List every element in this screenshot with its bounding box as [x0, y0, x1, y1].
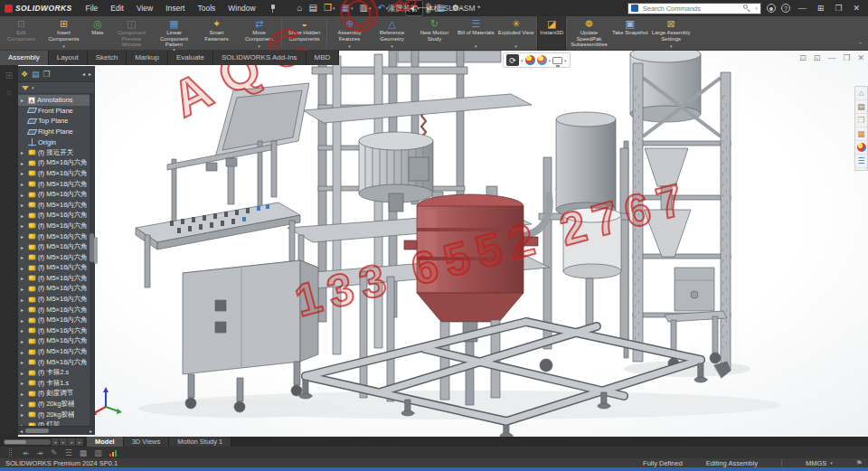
tree-item[interactable]: ▸(f) 刻度调节	[18, 389, 94, 400]
ribbon-edit-component-button[interactable]: ⊡Edit Component	[0, 16, 42, 50]
print-icon[interactable]: ▥▾	[357, 1, 374, 15]
tree-item[interactable]: ▸(f) M5×16内六角	[18, 252, 94, 263]
search-caret-icon[interactable]: ▾	[755, 5, 758, 11]
ribbon-collapse-icon[interactable]: ˆ	[853, 40, 868, 50]
doc-tab-model[interactable]: Model	[87, 437, 124, 447]
maximize-button[interactable]: ⊞	[815, 4, 827, 13]
expand-arrow-icon[interactable]: ▸	[21, 327, 26, 334]
tree-item[interactable]: Front Plane	[18, 106, 94, 117]
tree-item[interactable]: ▸(f) 灯架	[18, 419, 94, 426]
scroll-right-icon[interactable]: ▸	[90, 428, 92, 434]
search-icon[interactable]	[743, 5, 751, 13]
tab-scroll-first-icon[interactable]: ◂	[68, 438, 75, 446]
configuration-manager-icon[interactable]: ❐	[43, 70, 51, 79]
motion-list-icon[interactable]: ☰	[65, 448, 72, 457]
restore-button[interactable]: ❐	[832, 4, 844, 13]
tree-item[interactable]: ▸(f) M5×16内六角	[18, 336, 94, 347]
expand-arrow-icon[interactable]: ▸	[21, 286, 26, 292]
motion-table-icon[interactable]: ▥	[94, 448, 102, 457]
expand-arrow-icon[interactable]: ▸	[21, 359, 26, 365]
tree-item[interactable]: ▸(f) M5×16内六角	[18, 305, 94, 316]
motion-edit-icon[interactable]: ✎	[51, 448, 58, 457]
motion-chart-icon[interactable]	[109, 449, 117, 457]
expand-arrow-icon[interactable]: ▸	[21, 181, 26, 187]
ribbon-large-assembly-button[interactable]: ⊠Large Assembly Settings▾	[650, 16, 693, 50]
appearances-scenes-icon[interactable]	[855, 141, 867, 155]
file-explorer-icon[interactable]: ❐	[855, 114, 867, 127]
menu-file[interactable]: File	[80, 4, 105, 13]
scene-caret-icon[interactable]: ▾	[549, 58, 552, 63]
expand-arrow-icon[interactable]: ▸	[21, 149, 26, 155]
tree-item[interactable]: ▸(f) 20kg胶桶	[18, 399, 94, 410]
scroll-thumb[interactable]	[25, 429, 49, 433]
tab-scroll-last-icon[interactable]: ▸	[76, 438, 83, 446]
tree-item[interactable]: ▸(f) M5×16内六角	[18, 158, 94, 169]
expand-arrow-icon[interactable]: ▸	[21, 401, 26, 408]
ribbon-instant3d-button[interactable]: ◪Instant3D	[538, 16, 565, 50]
expand-arrow-icon[interactable]: ▸	[21, 222, 26, 229]
machine-assembly-3d[interactable]	[0, 51, 868, 437]
tree-item[interactable]: ▸(f) 卡箍2.s	[18, 367, 94, 378]
undo-icon[interactable]: ↶▾	[374, 1, 391, 15]
pin-menubar-icon[interactable]	[268, 4, 277, 13]
scroll-left-icon[interactable]: ◂	[20, 428, 23, 434]
open-icon[interactable]: ❐▾	[321, 1, 337, 15]
tree-item[interactable]: ▸(f) 20kg胶桶	[18, 410, 94, 420]
tab-solidworks-add-ins[interactable]: SOLIDWORKS Add-Ins	[213, 51, 307, 65]
doc-tab-motion-study-1[interactable]: Motion Study 1	[169, 437, 231, 447]
ribbon-insert-components-button[interactable]: ⊞Insert Components▾	[42, 16, 85, 50]
tree-item[interactable]: ▸(f) M5×16内六角	[18, 231, 94, 242]
tree-item[interactable]: ▸(f) M5×16内六角	[18, 263, 94, 274]
tree-item[interactable]: ▸(f) M5×16内六角	[18, 357, 94, 368]
ribbon-component-preview-button[interactable]: ◫Component Preview Window	[110, 16, 153, 50]
tab-mbd[interactable]: MBD	[307, 51, 340, 65]
expand-arrow-icon[interactable]: ▸	[21, 212, 26, 219]
menu-edit[interactable]: Edit	[104, 4, 130, 13]
status-tag-icon[interactable]: ⚑	[856, 459, 863, 467]
tree-item[interactable]: ▸(f) M5×16内六角	[18, 284, 94, 295]
tree-item[interactable]: ▸(f) M5×16内六角	[18, 241, 94, 252]
tab-scroll-right-icon[interactable]: ▸	[60, 438, 67, 446]
tree-item[interactable]: ▸(f) M5×16内六角	[18, 221, 94, 231]
tab-markup[interactable]: Markup	[127, 51, 168, 65]
ribbon-move-component-button[interactable]: ⇄Move Component▾	[238, 16, 280, 50]
view-palette-icon[interactable]: ▦	[855, 127, 867, 141]
resources-icon[interactable]: ⌂	[855, 87, 867, 100]
menu-insert[interactable]: Insert	[159, 4, 191, 13]
expand-arrow-icon[interactable]: ▸	[21, 275, 26, 281]
expand-arrow-icon[interactable]: ▸	[21, 160, 26, 166]
restore-doc-icon[interactable]: ❐	[843, 53, 850, 62]
redo-icon[interactable]: ↷	[392, 1, 404, 15]
tree-horizontal-scrollbar[interactable]: ◂ ▸	[18, 426, 94, 435]
tree-item[interactable]: ▸(f) M5×16内六角	[18, 179, 94, 190]
expand-arrow-icon[interactable]: ▸	[21, 380, 26, 386]
tree-item[interactable]: ▸AAnnotations	[18, 95, 94, 106]
property-manager-icon[interactable]: ▤	[32, 70, 40, 79]
ribbon-smart-fasteners-button[interactable]: ✦Smart Fasteners	[195, 16, 238, 50]
expand-arrow-icon[interactable]: ▸	[21, 411, 26, 418]
menu-window[interactable]: Window	[222, 4, 261, 13]
close-doc-icon[interactable]: ✕	[857, 53, 864, 62]
expand-arrow-icon[interactable]: ▸	[21, 265, 26, 271]
search-input[interactable]	[641, 4, 741, 14]
expand-arrow-icon[interactable]: ▸	[21, 233, 26, 240]
restore-group-icon[interactable]: ⊡	[799, 53, 807, 62]
save-icon[interactable]: ▦▾	[339, 1, 356, 15]
toolbar-grip[interactable]	[9, 448, 12, 457]
panel-tab-left-icon[interactable]: ◂	[82, 71, 85, 77]
tab-sketch[interactable]: Sketch	[88, 51, 127, 65]
expand-arrow-icon[interactable]: ▸	[21, 97, 26, 103]
expand-arrow-icon[interactable]: ▸	[21, 254, 26, 260]
help-icon[interactable]: ?	[781, 4, 790, 13]
expand-arrow-icon[interactable]: ▸	[21, 317, 26, 324]
ribbon-reference-geometry-button[interactable]: △Reference Geometry▾	[371, 16, 413, 50]
doc-tab-3d-views[interactable]: 3D Views	[124, 437, 170, 447]
expand-arrow-icon[interactable]: ▸	[21, 391, 26, 397]
view-orientation-icon[interactable]: ⟳	[506, 54, 519, 66]
graphics-viewport[interactable]: AQC OJKH 133 6552 2767 ⟳ ▾ ▾ ▾ ⊡ ⊡ — ❐ ✕…	[0, 51, 868, 437]
minimize-button[interactable]: —	[796, 4, 809, 13]
menu-view[interactable]: View	[130, 4, 159, 13]
ribbon-show-hidden-button[interactable]: ◒Show Hidden Components	[283, 16, 326, 50]
apply-scene-icon[interactable]	[537, 55, 547, 65]
design-library-icon[interactable]: ▤	[855, 100, 867, 114]
